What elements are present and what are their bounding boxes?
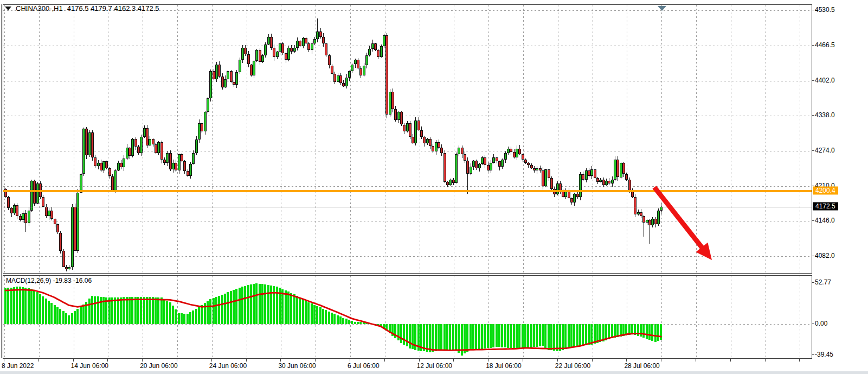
price-axis-label: 4402.0 (815, 77, 835, 84)
time-axis-label: 30 Jun 06:00 (278, 362, 316, 370)
time-axis-tick (4, 359, 4, 362)
time-axis-label: 6 Jul 06:00 (348, 362, 380, 370)
chart-title-bar: CHINA300-,H1 4176.5 4179.7 4162.3 4172.5 (5, 4, 159, 12)
time-axis-tick (142, 359, 143, 362)
time-axis-tick (350, 359, 350, 362)
macd-axis-tick (812, 354, 814, 355)
price-axis-tick (812, 45, 814, 46)
time-axis-label: 18 Jul 06:00 (486, 362, 521, 370)
time-axis-tick (661, 359, 661, 362)
time-axis-tick (280, 359, 281, 362)
symbol-timeframe-label: CHINA300-,H1 (16, 4, 63, 12)
mt4-chart-window: { "title": { "symbol_timeframe": "CHINA3… (0, 0, 868, 374)
time-axis-tick (557, 359, 558, 362)
macd-indicator-panel[interactable] (3, 275, 812, 359)
price-axis-label: 4082.0 (815, 252, 835, 259)
time-axis-tick (384, 359, 385, 362)
time-axis-label: 24 Jun 06:00 (209, 362, 247, 370)
price-axis-tick (812, 220, 814, 221)
time-axis-label: 28 Jul 06:00 (624, 362, 659, 370)
time-axis-label: 12 Jul 06:00 (417, 362, 452, 370)
time-axis-tick (696, 359, 696, 362)
time-axis-tick (799, 359, 800, 362)
price-axis-tick (812, 10, 814, 10)
time-axis-tick (177, 359, 177, 362)
price-axis-tick (812, 115, 814, 116)
macd-axis-label: -39.45 (815, 351, 833, 358)
macd-axis-tick (812, 282, 814, 283)
time-axis-label: 22 Jul 06:00 (555, 362, 590, 370)
time-axis-label: 8 Jun 2022 (2, 362, 34, 370)
chart-menu-caret-icon[interactable] (5, 7, 11, 10)
price-axis-tick (812, 186, 814, 186)
macd-indicator-label: MACD(12,26,9) -19.83 -16.06 (6, 277, 92, 284)
price-axis-label: 4466.5 (815, 41, 835, 49)
time-axis-tick (523, 359, 523, 362)
ohlc-quote-label: 4176.5 4179.7 4162.3 4172.5 (67, 4, 159, 12)
time-axis-tick (453, 359, 454, 362)
time-axis-tick (488, 359, 488, 362)
macd-signal-line (3, 276, 812, 358)
macd-axis-tick (812, 324, 814, 324)
time-axis-label: 20 Jun 06:00 (140, 362, 177, 370)
macd-axis-label: 0.00 (815, 320, 827, 327)
bid-price-tag: 4172.5 (813, 202, 838, 210)
price-axis-label: 4146.0 (815, 217, 835, 224)
time-axis-tick (765, 359, 766, 362)
price-axis-tick (812, 80, 814, 81)
time-axis-tick (211, 359, 212, 362)
time-axis-tick (246, 359, 247, 362)
macd-axis-label: 52.77 (815, 278, 831, 286)
time-axis-tick (592, 359, 593, 362)
time-axis-tick (730, 359, 731, 362)
price-chart-panel[interactable] (3, 4, 812, 274)
time-axis-label: 14 Jun 06:00 (71, 362, 108, 370)
price-axis-label: 4338.0 (815, 111, 835, 119)
price-axis-label: 4274.0 (815, 147, 835, 154)
window-left-edge (1, 4, 2, 358)
time-axis-tick (626, 359, 627, 362)
time-axis-tick (38, 359, 39, 362)
time-axis-tick (419, 359, 420, 362)
trend-arrow-annotation[interactable] (3, 5, 812, 273)
price-axis-label: 4530.5 (815, 6, 835, 14)
time-axis-tick (107, 359, 108, 362)
window-bottom-edge (0, 371, 868, 374)
time-axis-tick (73, 359, 74, 362)
price-axis-tick (812, 256, 814, 256)
price-axis-tick (812, 150, 814, 151)
time-axis-tick (315, 359, 316, 362)
horizontal-line-price-tag: 4200.4 (813, 187, 838, 195)
